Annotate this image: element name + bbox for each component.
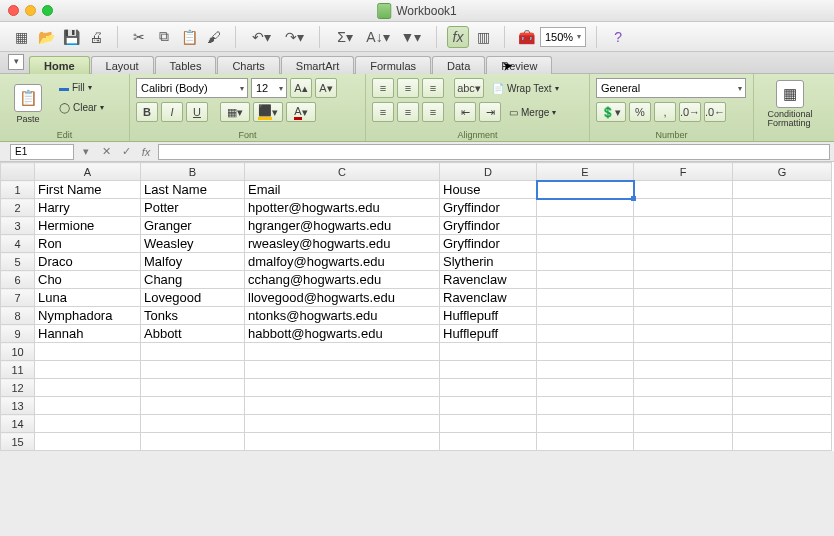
cell-A3[interactable]: Hermione: [35, 217, 141, 235]
cell-C9[interactable]: habbott@hogwarts.edu: [245, 325, 440, 343]
tab-tables[interactable]: Tables: [155, 56, 217, 74]
cell-B8[interactable]: Tonks: [141, 307, 245, 325]
minimize-window-button[interactable]: [25, 5, 36, 16]
cell-D7[interactable]: Ravenclaw: [440, 289, 537, 307]
cell-F12[interactable]: [634, 379, 733, 397]
cell-A7[interactable]: Luna: [35, 289, 141, 307]
row-header-7[interactable]: 7: [1, 289, 35, 307]
font-name-select[interactable]: Calibri (Body): [136, 78, 248, 98]
cell-F2[interactable]: [634, 199, 733, 217]
cell-D3[interactable]: Gryffindor: [440, 217, 537, 235]
cell-G1[interactable]: [733, 181, 832, 199]
zoom-select[interactable]: 150%▾: [540, 27, 586, 47]
underline-button[interactable]: U: [186, 102, 208, 122]
number-format-select[interactable]: General: [596, 78, 746, 98]
cell-F14[interactable]: [634, 415, 733, 433]
decrease-indent-icon[interactable]: ⇤: [454, 102, 476, 122]
cell-E5[interactable]: [537, 253, 634, 271]
cell-C14[interactable]: [245, 415, 440, 433]
italic-button[interactable]: I: [161, 102, 183, 122]
wrap-text-button[interactable]: 📄Wrap Text▾: [487, 79, 564, 97]
cell-A14[interactable]: [35, 415, 141, 433]
cell-E15[interactable]: [537, 433, 634, 451]
align-bottom-icon[interactable]: ≡: [422, 78, 444, 98]
cell-B5[interactable]: Malfoy: [141, 253, 245, 271]
cell-G4[interactable]: [733, 235, 832, 253]
filter-icon[interactable]: ▼▾: [396, 26, 426, 48]
cell-D6[interactable]: Ravenclaw: [440, 271, 537, 289]
cell-D12[interactable]: [440, 379, 537, 397]
row-header-13[interactable]: 13: [1, 397, 35, 415]
cell-A10[interactable]: [35, 343, 141, 361]
cell-G7[interactable]: [733, 289, 832, 307]
cell-F13[interactable]: [634, 397, 733, 415]
fx-icon[interactable]: fx: [138, 144, 154, 160]
bold-button[interactable]: B: [136, 102, 158, 122]
cell-E10[interactable]: [537, 343, 634, 361]
cell-A13[interactable]: [35, 397, 141, 415]
fill-handle[interactable]: [631, 196, 636, 201]
cell-A11[interactable]: [35, 361, 141, 379]
row-header-11[interactable]: 11: [1, 361, 35, 379]
increase-decimal-icon[interactable]: .0→: [679, 102, 701, 122]
row-header-12[interactable]: 12: [1, 379, 35, 397]
cell-C3[interactable]: hgranger@hogwarts.edu: [245, 217, 440, 235]
cell-D15[interactable]: [440, 433, 537, 451]
print-icon[interactable]: 🖨: [85, 26, 107, 48]
paste-icon[interactable]: 📋: [178, 26, 200, 48]
cell-C5[interactable]: dmalfoy@hogwarts.edu: [245, 253, 440, 271]
cell-F3[interactable]: [634, 217, 733, 235]
tab-smartart[interactable]: SmartArt: [281, 56, 354, 74]
formula-input[interactable]: [158, 144, 830, 160]
tab-layout[interactable]: Layout: [91, 56, 154, 74]
cell-D2[interactable]: Gryffindor: [440, 199, 537, 217]
increase-font-icon[interactable]: A▴: [290, 78, 312, 98]
cut-icon[interactable]: ✂: [128, 26, 150, 48]
column-header-E[interactable]: E: [537, 163, 634, 181]
column-header-G[interactable]: G: [733, 163, 832, 181]
column-header-B[interactable]: B: [141, 163, 245, 181]
column-header-A[interactable]: A: [35, 163, 141, 181]
cell-E9[interactable]: [537, 325, 634, 343]
cell-B14[interactable]: [141, 415, 245, 433]
new-workbook-icon[interactable]: ▦: [10, 26, 32, 48]
copy-icon[interactable]: ⧉: [153, 26, 175, 48]
cell-A15[interactable]: [35, 433, 141, 451]
cell-F5[interactable]: [634, 253, 733, 271]
font-color-button[interactable]: A▾: [286, 102, 316, 122]
row-header-8[interactable]: 8: [1, 307, 35, 325]
cell-D1[interactable]: House: [440, 181, 537, 199]
cell-E7[interactable]: [537, 289, 634, 307]
cell-A6[interactable]: Cho: [35, 271, 141, 289]
cell-E1[interactable]: [537, 181, 634, 199]
cell-A12[interactable]: [35, 379, 141, 397]
open-icon[interactable]: 📂: [35, 26, 57, 48]
cell-D9[interactable]: Hufflepuff: [440, 325, 537, 343]
cell-G8[interactable]: [733, 307, 832, 325]
cell-F7[interactable]: [634, 289, 733, 307]
row-header-14[interactable]: 14: [1, 415, 35, 433]
cell-C8[interactable]: ntonks@hogwarts.edu: [245, 307, 440, 325]
cell-G10[interactable]: [733, 343, 832, 361]
cell-D5[interactable]: Slytherin: [440, 253, 537, 271]
row-header-10[interactable]: 10: [1, 343, 35, 361]
decrease-font-icon[interactable]: A▾: [315, 78, 337, 98]
currency-button[interactable]: 💲▾: [596, 102, 626, 122]
cell-E6[interactable]: [537, 271, 634, 289]
row-header-15[interactable]: 15: [1, 433, 35, 451]
align-right-icon[interactable]: ≡: [422, 102, 444, 122]
cell-B10[interactable]: [141, 343, 245, 361]
cell-B3[interactable]: Granger: [141, 217, 245, 235]
cell-G2[interactable]: [733, 199, 832, 217]
fill-color-button[interactable]: ⬛▾: [253, 102, 283, 122]
cell-E4[interactable]: [537, 235, 634, 253]
formula-builder-icon[interactable]: fx: [447, 26, 469, 48]
decrease-decimal-icon[interactable]: .0←: [704, 102, 726, 122]
ribbon-expand-button[interactable]: ▾: [8, 54, 24, 70]
cell-C1[interactable]: Email: [245, 181, 440, 199]
show-hide-icon[interactable]: ▥: [472, 26, 494, 48]
row-header-9[interactable]: 9: [1, 325, 35, 343]
cell-F6[interactable]: [634, 271, 733, 289]
tab-formulas[interactable]: Formulas: [355, 56, 431, 74]
cell-G9[interactable]: [733, 325, 832, 343]
